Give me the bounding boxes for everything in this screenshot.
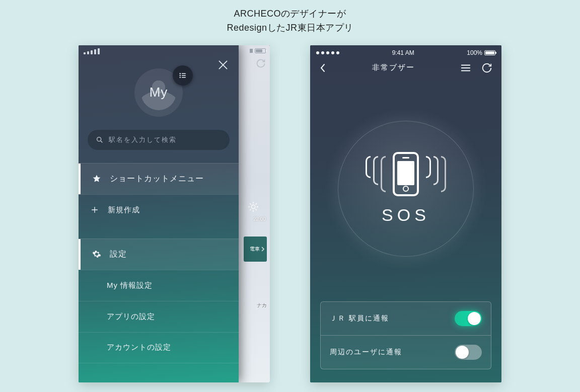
svg-line-19 [101,141,102,142]
battery-indicator: 100% [467,49,495,56]
refresh-icon[interactable] [481,62,492,73]
menu-label: 設定 [110,249,127,260]
title-line-1: ARCHECOのデザイナーが [0,7,580,21]
menu-item-app-settings[interactable]: アプリの設定 [79,301,239,332]
peek-time: 22:00 [253,216,266,222]
menu-icon[interactable] [460,63,471,72]
svg-rect-15 [182,75,186,76]
search-input-wrap[interactable] [88,130,230,150]
list-icon [178,71,187,80]
menu-item-new[interactable]: 新規作成 [79,194,239,225]
plus-icon [90,206,100,214]
status-time: 9:41 AM [392,49,414,56]
refresh-icon[interactable] [256,58,266,68]
toggle-label: 周辺のユーザに通報 [330,348,402,357]
sun-icon [248,201,259,212]
toggle-switch-nearby-users[interactable] [455,345,482,360]
sos-button[interactable]: SOS [338,121,474,257]
toggle-switch-jr-staff[interactable] [455,311,482,326]
gear-icon [92,250,102,259]
svg-point-18 [97,137,101,141]
svg-point-1 [251,205,255,208]
svg-point-12 [180,73,181,74]
svg-point-14 [180,75,181,76]
menu-item-account-settings[interactable]: アカウントの設定 [79,332,239,363]
menu-label: 新規作成 [108,205,140,215]
list-badge-button[interactable] [173,65,193,86]
menu-item-my-info[interactable]: My 情報設定 [79,270,239,301]
page-title: ARCHECOのデザイナーが RedesignしたJR東日本アプリ [0,0,580,35]
status-bar: 9:41 AM 100% [310,49,501,56]
nav-bar: 非常ブザー [310,62,501,73]
peek-caption: ナカ [257,302,267,309]
phone-drawer-screen: 22:00 電車 ナカ My [79,45,270,382]
star-icon [92,174,102,183]
sos-label: SOS [382,205,430,225]
underlying-screen-peek: 22:00 電車 ナカ [239,45,270,382]
svg-line-7 [256,209,256,210]
toggle-row-nearby-users: 周辺のユーザに通報 [321,335,491,369]
svg-rect-13 [182,73,186,74]
svg-rect-0 [250,49,253,53]
toggle-label: ＪＲ 駅員に通報 [330,314,389,323]
svg-line-6 [250,203,251,204]
peek-train-chip[interactable]: 電車 [244,237,267,262]
side-drawer: My ショートカットメニュー [79,45,239,382]
back-icon[interactable] [319,63,326,73]
menu-label: アプリの設定 [107,312,155,322]
phone-alert-icon [366,152,446,196]
nav-title: 非常ブザー [372,63,415,72]
menu-label: My 情報設定 [107,281,153,290]
svg-line-8 [256,203,256,204]
phone-sos-screen: 9:41 AM 100% 非常ブザー [310,45,501,382]
search-input[interactable] [109,136,222,143]
title-line-2: RedesignしたJR東日本アプリ [0,21,580,35]
svg-line-9 [250,209,251,210]
menu-header-shortcut[interactable]: ショートカットメニュー [79,163,239,194]
battery-icon [249,48,266,53]
svg-rect-17 [182,77,186,78]
svg-point-16 [180,76,181,77]
avatar-label: My [150,85,168,100]
menu-label: アカウントの設定 [107,343,171,352]
menu-header-settings[interactable]: 設定 [79,239,239,270]
toggle-list: ＪＲ 駅員に通報 周辺のユーザに通報 [320,301,491,369]
battery-percent: 100% [467,49,482,56]
toggle-row-jr-staff: ＪＲ 駅員に通報 [321,302,491,335]
search-icon [96,136,104,144]
menu-label: ショートカットメニュー [110,174,204,184]
signal-dots-icon [316,51,339,54]
